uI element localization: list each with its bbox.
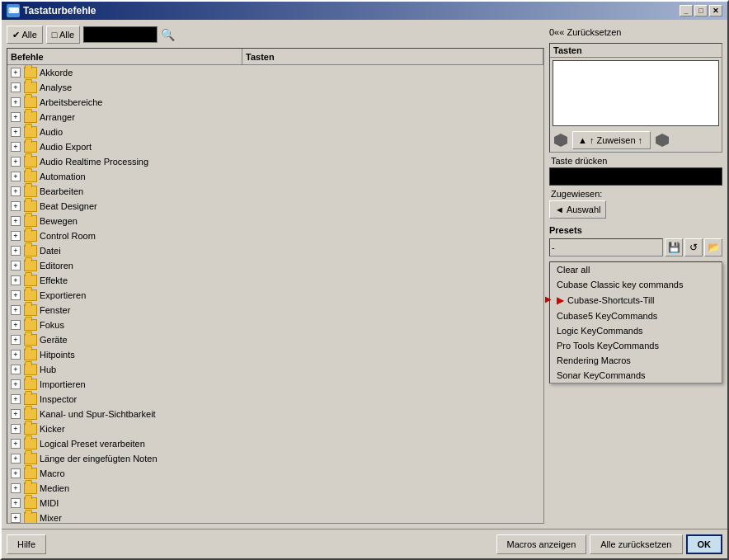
tree-item[interactable]: + Exportieren — [7, 288, 543, 303]
tree-item[interactable]: + Medien — [7, 481, 543, 496]
tree-item[interactable]: + Arbeitsbereiche — [7, 95, 543, 110]
expand-icon[interactable]: + — [11, 82, 21, 92]
tree-item[interactable]: + Hitpoints — [7, 347, 543, 362]
expand-icon[interactable]: + — [11, 246, 21, 256]
tree-item[interactable]: + Geräte — [7, 332, 543, 347]
tree-item[interactable]: + Audio Export — [7, 139, 543, 154]
hilfe-button[interactable]: Hilfe — [7, 534, 46, 554]
tree-item[interactable]: + Automation — [7, 169, 543, 184]
tree-item-label: Bewegen — [40, 216, 78, 226]
dropdown-item[interactable]: Cubase5 KeyCommands — [550, 308, 722, 323]
auswahl-button[interactable]: ◄ Auswahl — [549, 200, 606, 219]
tree-item[interactable]: + Macro — [7, 466, 543, 481]
expand-icon[interactable]: + — [11, 498, 21, 508]
expand-icon[interactable]: + — [11, 157, 21, 167]
tree-item[interactable]: + Fokus — [7, 318, 543, 332]
close-button[interactable]: ✕ — [709, 5, 722, 16]
expand-icon[interactable]: + — [11, 454, 21, 464]
tree-item[interactable]: + Bearbeiten — [7, 184, 543, 199]
tree-item[interactable]: + Mixer — [7, 511, 543, 523]
folder-icon — [24, 289, 37, 301]
expand-icon[interactable]: + — [11, 468, 21, 478]
active-arrow: ▶ — [557, 294, 564, 306]
expand-icon[interactable]: + — [11, 394, 21, 404]
expand-icon[interactable]: + — [11, 439, 21, 449]
alle-zuruecksetzen-button[interactable]: Alle zurücksetzen — [590, 534, 682, 554]
tree-item[interactable]: + Effekte — [7, 273, 543, 288]
expand-icon[interactable]: + — [11, 365, 21, 374]
dropdown-item[interactable]: Sonar KeyCommands — [550, 368, 722, 383]
expand-icon[interactable]: + — [11, 172, 21, 181]
tree-item[interactable]: + Kanal- und Spur-Sichtbarkeit — [7, 407, 543, 421]
expand-icon[interactable]: + — [11, 290, 21, 300]
presets-reset-button[interactable]: ↺ — [684, 238, 703, 256]
tree-item[interactable]: + Arranger — [7, 110, 543, 125]
taste-section: Taste drücken — [549, 156, 722, 186]
tree-item[interactable]: + Hub — [7, 362, 543, 377]
alle-check-button[interactable]: ✔ Alle — [7, 26, 43, 44]
expand-icon[interactable]: + — [11, 513, 21, 523]
expand-icon[interactable]: + — [11, 409, 21, 419]
expand-icon[interactable]: + — [11, 231, 21, 241]
alle-uncheck-button[interactable]: □ Alle — [46, 26, 80, 44]
dropdown-item[interactable]: Cubase Classic key commands — [550, 277, 722, 292]
presets-save-button[interactable]: 💾 — [665, 238, 683, 256]
expand-icon[interactable]: + — [11, 97, 21, 107]
expand-icon[interactable]: + — [11, 112, 21, 122]
macros-button[interactable]: Macros anzeigen — [496, 534, 587, 554]
tree-item[interactable]: + Bewegen — [7, 214, 543, 228]
tree-item-label: Fokus — [40, 320, 64, 330]
tree-body[interactable]: + Akkorde + Analyse + Arbeitsbereiche + … — [7, 65, 543, 523]
dropdown-item[interactable]: Rendering Macros — [550, 353, 722, 368]
ok-button[interactable]: OK — [686, 534, 723, 554]
expand-icon[interactable]: + — [11, 201, 21, 211]
expand-icon[interactable]: + — [11, 335, 21, 345]
tree-item[interactable]: + Kicker — [7, 421, 543, 436]
tree-item[interactable]: + MIDI — [7, 496, 543, 511]
reset-icon: ↺ — [689, 242, 698, 253]
expand-icon[interactable]: + — [11, 379, 21, 389]
dropdown-item[interactable]: Clear all — [550, 262, 722, 277]
tree-item[interactable]: + Logical Preset verarbeiten — [7, 436, 543, 451]
expand-icon[interactable]: + — [11, 216, 21, 226]
presets-label: Presets — [549, 225, 722, 235]
tree-item[interactable]: + Beat Designer — [7, 199, 543, 214]
tree-item[interactable]: + Audio Realtime Processing — [7, 154, 543, 169]
expand-icon[interactable]: + — [11, 186, 21, 196]
expand-icon[interactable]: + — [11, 483, 21, 493]
taste-input[interactable] — [549, 167, 722, 186]
tree-item[interactable]: + Länge der eingefügten Noten — [7, 451, 543, 466]
expand-icon[interactable]: + — [11, 142, 21, 152]
tree-item[interactable]: + Datei — [7, 243, 543, 258]
minimize-button[interactable]: _ — [680, 5, 693, 16]
search-icon[interactable]: 🔍 — [161, 28, 175, 41]
tree-item[interactable]: + Control Room — [7, 228, 543, 243]
zuweisen-button[interactable]: ▲ ↑ Zuweisen ↑ — [572, 131, 651, 149]
expand-icon[interactable]: + — [11, 275, 21, 285]
tree-item[interactable]: + Editoren — [7, 258, 543, 273]
expand-icon[interactable]: + — [11, 320, 21, 330]
tree-item[interactable]: + Analyse — [7, 80, 543, 95]
tree-item[interactable]: + Fenster — [7, 303, 543, 318]
expand-icon[interactable]: + — [11, 305, 21, 315]
expand-icon[interactable]: + — [11, 68, 21, 78]
presets-folder-button[interactable]: 📂 — [704, 238, 722, 256]
dropdown-item[interactable]: Logic KeyCommands — [550, 323, 722, 338]
tree-item[interactable]: + Akkorde — [7, 65, 543, 80]
dropdown-item[interactable]: Pro Tools KeyCommands — [550, 338, 722, 353]
presets-dropdown[interactable]: - — [549, 238, 663, 256]
tree-item[interactable]: + Importieren — [7, 377, 543, 392]
expand-icon[interactable]: + — [11, 424, 21, 434]
expand-icon[interactable]: + — [11, 350, 21, 360]
presets-dropdown-menu[interactable]: Clear allCubase Classic key commands▶Cub… — [549, 261, 722, 384]
expand-icon[interactable]: + — [11, 127, 21, 137]
search-input[interactable] — [83, 26, 158, 43]
maximize-button[interactable]: □ — [694, 5, 708, 16]
assign-row: ▲ ↑ Zuweisen ↑ — [550, 129, 722, 152]
dropdown-item[interactable]: ▶Cubase-Shortcuts-Till — [550, 292, 722, 308]
folder-icon — [24, 200, 37, 212]
tasten-list[interactable] — [553, 60, 719, 126]
tree-item[interactable]: + Audio — [7, 125, 543, 139]
tree-item[interactable]: + Inspector — [7, 392, 543, 407]
expand-icon[interactable]: + — [11, 261, 21, 271]
